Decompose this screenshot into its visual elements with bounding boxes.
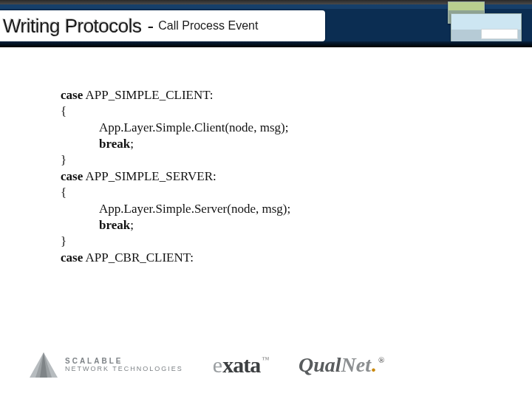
footer-logos: SCALABLE NETWORK TECHNOLOGIES exata™ Qua… (30, 347, 502, 383)
slide: Writing Protocols - Call Process Event c… (0, 0, 532, 399)
keyword: break (99, 137, 130, 151)
keyword: case (61, 169, 83, 183)
code-line: { (61, 103, 445, 120)
scalable-mark-icon (30, 352, 58, 378)
code-line: break; (61, 136, 445, 152)
logo-scalable: SCALABLE NETWORK TECHNOLOGIES (30, 352, 183, 378)
qualnet-a: Qual (299, 353, 341, 377)
qualnet-dot: . (371, 353, 376, 377)
exata-e: e (213, 352, 222, 378)
title-plate: Writing Protocols - Call Process Event (0, 10, 325, 41)
logo-qualnet: QualNet.® (299, 353, 384, 377)
scalable-text: SCALABLE NETWORK TECHNOLOGIES (65, 357, 183, 373)
qualnet-b: Net (341, 353, 371, 377)
title-subtitle: Call Process Event (158, 19, 258, 33)
code-line: } (61, 152, 445, 168)
banner: Writing Protocols - Call Process Event (0, 0, 532, 47)
registered-icon: ® (378, 355, 384, 364)
code-text: ; (130, 218, 134, 232)
scalable-row1: SCALABLE (65, 357, 183, 365)
code-line: } (61, 233, 445, 250)
code-line: break; (61, 217, 445, 233)
code-block: case APP_SIMPLE_CLIENT: { App.Layer.Simp… (61, 87, 445, 266)
code-text: ; (130, 137, 134, 151)
code-text: APP_SIMPLE_CLIENT: (83, 88, 213, 102)
logo-exata: exata™ (213, 352, 269, 378)
code-text: APP_CBR_CLIENT: (83, 250, 194, 265)
code-text: APP_SIMPLE_SERVER: (83, 169, 216, 183)
title-main: Writing Protocols (3, 15, 142, 38)
code-line: App.Layer.Simple.Server(node, msg); (61, 201, 445, 217)
thumbnail-large (451, 13, 522, 43)
code-line: App.Layer.Simple.Client(node, msg); (61, 120, 445, 136)
banner-thumbnails (439, 0, 528, 47)
keyword: case (61, 250, 83, 265)
keyword: break (99, 218, 130, 232)
exata-rest: xata (222, 352, 260, 378)
code-line: case APP_SIMPLE_SERVER: (61, 168, 445, 185)
scalable-row2: NETWORK TECHNOLOGIES (65, 365, 183, 373)
title-separator: - (142, 15, 159, 38)
code-line: { (61, 185, 445, 201)
keyword: case (61, 88, 83, 102)
code-line: case APP_CBR_CLIENT: (61, 250, 445, 266)
trademark-icon: ™ (262, 355, 269, 364)
code-line: case APP_SIMPLE_CLIENT: (61, 87, 445, 103)
